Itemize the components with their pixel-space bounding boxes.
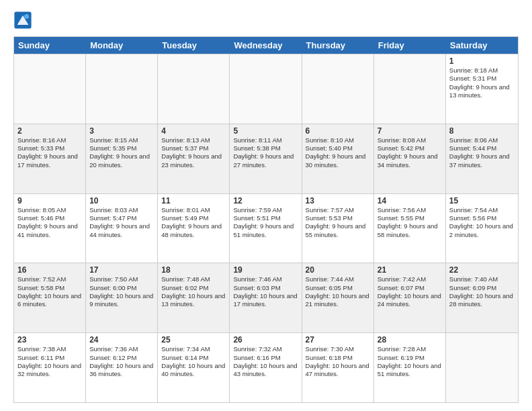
calendar-cell (158, 54, 230, 124)
day-info: Sunrise: 8:15 AM Sunset: 5:35 PM Dayligh… (89, 136, 151, 169)
day-number: 3 (89, 126, 154, 136)
day-header-tuesday: Tuesday (158, 37, 230, 54)
calendar-cell: 17Sunrise: 7:50 AM Sunset: 6:00 PM Dayli… (86, 263, 158, 332)
day-number: 6 (306, 126, 370, 136)
day-info: Sunrise: 7:40 AM Sunset: 6:09 PM Dayligh… (449, 275, 515, 308)
day-info: Sunrise: 7:52 AM Sunset: 5:58 PM Dayligh… (17, 275, 83, 308)
calendar-cell: 25Sunrise: 7:34 AM Sunset: 6:14 PM Dayli… (158, 333, 230, 402)
day-info: Sunrise: 8:16 AM Sunset: 5:33 PM Dayligh… (17, 136, 79, 169)
day-header-thursday: Thursday (302, 37, 374, 54)
svg-point-2 (24, 14, 29, 19)
day-number: 10 (89, 196, 154, 205)
day-number: 27 (306, 335, 370, 345)
day-number: 28 (378, 335, 442, 345)
day-info: Sunrise: 8:06 AM Sunset: 5:44 PM Dayligh… (449, 136, 511, 169)
day-number: 26 (233, 335, 298, 345)
calendar-cell: 24Sunrise: 7:36 AM Sunset: 6:12 PM Dayli… (86, 333, 158, 402)
logo-icon (13, 11, 32, 30)
day-info: Sunrise: 7:57 AM Sunset: 5:53 PM Dayligh… (306, 206, 367, 238)
day-number: 17 (89, 265, 154, 275)
day-info: Sunrise: 7:54 AM Sunset: 5:56 PM Dayligh… (449, 206, 515, 238)
day-number: 15 (449, 196, 515, 205)
day-header-sunday: Sunday (14, 37, 86, 54)
day-number: 12 (233, 196, 298, 205)
day-number: 25 (161, 335, 226, 345)
day-number: 1 (449, 56, 515, 66)
day-header-wednesday: Wednesday (230, 37, 302, 54)
week-row-4: 23Sunrise: 7:38 AM Sunset: 6:11 PM Dayli… (14, 332, 518, 402)
day-number: 9 (17, 196, 82, 205)
day-number: 23 (17, 335, 82, 345)
day-info: Sunrise: 8:13 AM Sunset: 5:37 PM Dayligh… (161, 136, 223, 169)
day-info: Sunrise: 7:42 AM Sunset: 6:07 PM Dayligh… (378, 275, 443, 308)
day-number: 24 (89, 335, 154, 345)
calendar-cell: 14Sunrise: 7:56 AM Sunset: 5:55 PM Dayli… (374, 194, 446, 263)
day-number: 19 (233, 265, 298, 275)
day-info: Sunrise: 7:50 AM Sunset: 6:00 PM Dayligh… (89, 275, 155, 308)
day-info: Sunrise: 7:30 AM Sunset: 6:18 PM Dayligh… (306, 345, 371, 377)
calendar-cell: 13Sunrise: 7:57 AM Sunset: 5:53 PM Dayli… (302, 194, 374, 263)
day-number: 14 (378, 196, 442, 205)
calendar-cell: 8Sunrise: 8:06 AM Sunset: 5:44 PM Daylig… (446, 124, 518, 193)
calendar-cell: 4Sunrise: 8:13 AM Sunset: 5:37 PM Daylig… (158, 124, 230, 193)
day-info: Sunrise: 8:08 AM Sunset: 5:42 PM Dayligh… (378, 136, 439, 169)
calendar-cell (302, 54, 374, 124)
calendar-cell: 11Sunrise: 8:01 AM Sunset: 5:49 PM Dayli… (158, 194, 230, 263)
logo (13, 11, 34, 30)
day-number: 13 (306, 196, 370, 205)
day-number: 2 (17, 126, 82, 136)
day-info: Sunrise: 8:11 AM Sunset: 5:38 PM Dayligh… (233, 136, 295, 169)
calendar-cell: 10Sunrise: 8:03 AM Sunset: 5:47 PM Dayli… (86, 194, 158, 263)
day-number: 5 (233, 126, 298, 136)
calendar-cell: 21Sunrise: 7:42 AM Sunset: 6:07 PM Dayli… (374, 263, 446, 332)
calendar-cell: 9Sunrise: 8:05 AM Sunset: 5:46 PM Daylig… (14, 194, 86, 263)
calendar-cell: 5Sunrise: 8:11 AM Sunset: 5:38 PM Daylig… (230, 124, 302, 193)
calendar-cell: 19Sunrise: 7:46 AM Sunset: 6:03 PM Dayli… (230, 263, 302, 332)
day-info: Sunrise: 8:10 AM Sunset: 5:40 PM Dayligh… (306, 136, 367, 169)
day-info: Sunrise: 7:44 AM Sunset: 6:05 PM Dayligh… (306, 275, 371, 308)
day-info: Sunrise: 8:18 AM Sunset: 5:31 PM Dayligh… (449, 66, 511, 99)
calendar-cell (374, 54, 446, 124)
day-info: Sunrise: 7:59 AM Sunset: 5:51 PM Dayligh… (233, 206, 295, 238)
day-info: Sunrise: 7:46 AM Sunset: 6:03 PM Dayligh… (233, 275, 299, 308)
day-info: Sunrise: 7:38 AM Sunset: 6:11 PM Dayligh… (17, 345, 83, 377)
calendar-cell: 23Sunrise: 7:38 AM Sunset: 6:11 PM Dayli… (14, 333, 86, 402)
day-info: Sunrise: 7:32 AM Sunset: 6:16 PM Dayligh… (233, 345, 299, 377)
header (13, 11, 519, 30)
calendar-cell: 15Sunrise: 7:54 AM Sunset: 5:56 PM Dayli… (446, 194, 518, 263)
day-number: 21 (378, 265, 442, 275)
week-row-2: 9Sunrise: 8:05 AM Sunset: 5:46 PM Daylig… (14, 193, 518, 263)
week-row-1: 2Sunrise: 8:16 AM Sunset: 5:33 PM Daylig… (14, 124, 518, 193)
day-info: Sunrise: 8:03 AM Sunset: 5:47 PM Dayligh… (89, 206, 151, 238)
calendar-cell: 6Sunrise: 8:10 AM Sunset: 5:40 PM Daylig… (302, 124, 374, 193)
day-header-monday: Monday (86, 37, 158, 54)
calendar-cell (86, 54, 158, 124)
day-number: 18 (161, 265, 226, 275)
day-info: Sunrise: 7:36 AM Sunset: 6:12 PM Dayligh… (89, 345, 155, 377)
day-number: 20 (306, 265, 370, 275)
calendar-cell: 18Sunrise: 7:48 AM Sunset: 6:02 PM Dayli… (158, 263, 230, 332)
calendar-cell: 28Sunrise: 7:28 AM Sunset: 6:19 PM Dayli… (374, 333, 446, 402)
day-info: Sunrise: 7:48 AM Sunset: 6:02 PM Dayligh… (161, 275, 227, 308)
calendar-cell: 12Sunrise: 7:59 AM Sunset: 5:51 PM Dayli… (230, 194, 302, 263)
calendar-cell: 16Sunrise: 7:52 AM Sunset: 5:58 PM Dayli… (14, 263, 86, 332)
day-info: Sunrise: 7:28 AM Sunset: 6:19 PM Dayligh… (378, 345, 443, 377)
calendar-cell (230, 54, 302, 124)
day-number: 16 (17, 265, 82, 275)
day-info: Sunrise: 7:34 AM Sunset: 6:14 PM Dayligh… (161, 345, 227, 377)
calendar-cell: 27Sunrise: 7:30 AM Sunset: 6:18 PM Dayli… (302, 333, 374, 402)
calendar-cell (14, 54, 86, 124)
week-row-0: 1Sunrise: 8:18 AM Sunset: 5:31 PM Daylig… (14, 54, 518, 124)
day-info: Sunrise: 8:05 AM Sunset: 5:46 PM Dayligh… (17, 206, 79, 238)
day-info: Sunrise: 7:56 AM Sunset: 5:55 PM Dayligh… (378, 206, 439, 238)
day-number: 7 (378, 126, 442, 136)
day-headers: SundayMondayTuesdayWednesdayThursdayFrid… (14, 37, 518, 54)
day-number: 11 (161, 196, 226, 205)
calendar-cell: 3Sunrise: 8:15 AM Sunset: 5:35 PM Daylig… (86, 124, 158, 193)
calendar-cell: 1Sunrise: 8:18 AM Sunset: 5:31 PM Daylig… (446, 54, 518, 124)
day-header-friday: Friday (374, 37, 446, 54)
calendar-cell: 26Sunrise: 7:32 AM Sunset: 6:16 PM Dayli… (230, 333, 302, 402)
calendar-cell (446, 333, 518, 402)
weeks: 1Sunrise: 8:18 AM Sunset: 5:31 PM Daylig… (14, 54, 518, 402)
day-number: 4 (161, 126, 226, 136)
